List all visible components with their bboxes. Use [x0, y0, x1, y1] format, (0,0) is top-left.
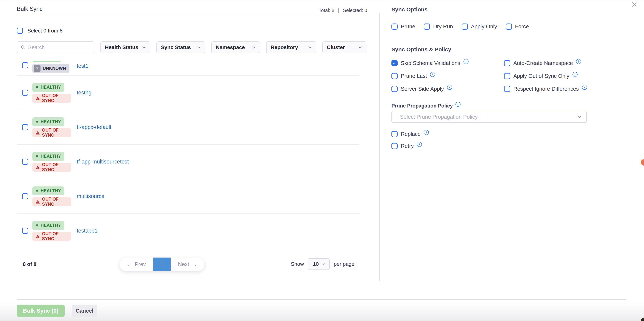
- info-icon[interactable]: i: [582, 85, 587, 90]
- info-icon[interactable]: i: [447, 85, 452, 90]
- footer-divider: [17, 299, 626, 300]
- current-page-button[interactable]: 1: [153, 258, 171, 271]
- table-row: ✓ ? UNKNOWN test1: [17, 54, 359, 76]
- table-row: ✓ ♥ HEALTHY OUT OF SYNC testapp1: [17, 214, 359, 248]
- heart-icon: ♥: [36, 189, 38, 193]
- row-checkbox[interactable]: ✓: [22, 159, 28, 165]
- option-apply-out-of-sync-only: ✓ Apply Out of Sync Only i: [504, 73, 587, 79]
- replace-checkbox[interactable]: ✓: [392, 131, 398, 137]
- search-input[interactable]: [28, 44, 90, 50]
- retry-checkbox[interactable]: ✓: [392, 143, 398, 149]
- bulk-sync-button[interactable]: Bulk Sync (0): [17, 304, 64, 317]
- health-status-badge: ? UNKNOWN: [32, 64, 70, 73]
- info-icon[interactable]: i: [572, 72, 578, 77]
- filter-cluster[interactable]: Cluster: [322, 42, 366, 54]
- table-row: ✓ ♥ HEALTHY OUT OF SYNC tf-app-multisour…: [17, 145, 359, 179]
- list-totals: Total: 8 Selected: 0: [17, 8, 367, 13]
- health-status-badge: ♥ HEALTHY: [32, 152, 64, 161]
- filter-namespace[interactable]: Namespace: [211, 42, 260, 54]
- table-row: ✓ ♥ HEALTHY OUT OF SYNC testhg: [17, 76, 359, 110]
- app-name-link[interactable]: test1: [77, 63, 88, 69]
- row-checkbox[interactable]: ✓: [22, 193, 28, 199]
- page-size-group: Show 10 per page: [291, 258, 354, 270]
- health-status-badge: ♥ HEALTHY: [32, 83, 64, 92]
- health-status-badge: ♥ HEALTHY: [32, 221, 64, 230]
- sync-options-row: ✓ Prune ✓ Dry Run ✓ Apply Only ✓ Force: [392, 24, 529, 30]
- filter-repository[interactable]: Repository: [266, 42, 316, 54]
- health-status-badge: ♥ HEALTHY: [32, 118, 64, 126]
- respect-ignore-differences-checkbox[interactable]: ✓: [504, 86, 510, 92]
- option-respect-ignore-differences: ✓ Respect Ignore Differences i: [504, 86, 587, 92]
- close-icon[interactable]: [631, 1, 638, 8]
- row-checkbox[interactable]: ✓: [22, 124, 28, 130]
- select-placeholder: - Select Prune Propagation Policy -: [397, 114, 481, 120]
- filter-health-status[interactable]: Health Status: [100, 42, 150, 54]
- table-row: ✓ ♥ HEALTHY OUT OF SYNC tf-appx-default: [17, 110, 359, 145]
- option-dry-run: ✓ Dry Run: [424, 24, 453, 30]
- info-icon[interactable]: i: [456, 102, 460, 107]
- notification-dot[interactable]: [641, 159, 644, 166]
- heart-icon: ♥: [36, 85, 38, 90]
- dry-run-checkbox[interactable]: ✓: [424, 24, 430, 30]
- total-count: Total: 8: [319, 8, 334, 13]
- skip-schema-validations-checkbox[interactable]: ✓: [392, 60, 398, 66]
- select-all-row: ✓ Select 0 from 8: [17, 28, 62, 34]
- select-all-checkbox[interactable]: ✓: [17, 28, 23, 34]
- filter-sync-status[interactable]: Sync Status: [156, 42, 205, 54]
- select-all-label: Select 0 from 8: [28, 28, 62, 34]
- app-name-link[interactable]: testhg: [77, 90, 92, 96]
- app-name-link[interactable]: testapp1: [77, 228, 98, 234]
- prune-checkbox[interactable]: ✓: [392, 24, 398, 30]
- next-page-button[interactable]: Next →: [171, 258, 204, 271]
- cancel-button[interactable]: Cancel: [72, 304, 97, 317]
- status-badges: ♥ HEALTHY OUT OF SYNC: [32, 83, 71, 103]
- option-prune: ✓ Prune: [392, 24, 415, 30]
- option-server-side-apply: ✓ Server Side Apply i: [392, 86, 504, 92]
- warning-icon: [36, 165, 40, 170]
- prune-last-checkbox[interactable]: ✓: [392, 73, 398, 79]
- pagination-bar: 8 of 8 ← Prev 1 Next → Show 10 per page: [17, 258, 359, 271]
- app-name-link[interactable]: tf-appx-default: [77, 124, 111, 130]
- sync-status-badge: OUT OF SYNC: [32, 197, 71, 206]
- apply-only-checkbox[interactable]: ✓: [462, 24, 468, 30]
- prev-page-button[interactable]: ← Prev: [120, 258, 153, 271]
- pagination-pill: ← Prev 1 Next →: [120, 258, 204, 271]
- server-side-apply-checkbox[interactable]: ✓: [392, 86, 398, 92]
- question-icon: ?: [34, 65, 40, 72]
- prune-propagation-policy-select[interactable]: - Select Prune Propagation Policy -: [392, 111, 587, 123]
- info-icon[interactable]: i: [576, 59, 581, 64]
- warning-icon: [36, 130, 40, 135]
- force-checkbox[interactable]: ✓: [506, 24, 512, 30]
- per-page-label: per page: [334, 261, 354, 267]
- status-badges: ♥ HEALTHY OUT OF SYNC: [32, 118, 71, 137]
- row-checkbox[interactable]: ✓: [22, 90, 28, 96]
- info-icon[interactable]: i: [417, 142, 422, 147]
- chevron-down-icon: [358, 46, 362, 49]
- option-retry: ✓ Retry i: [392, 143, 422, 149]
- header-divider: [17, 15, 367, 15]
- info-icon[interactable]: i: [464, 59, 468, 64]
- apply-out-of-sync-only-checkbox[interactable]: ✓: [504, 73, 510, 79]
- show-label: Show: [291, 261, 304, 267]
- heart-icon: ♥: [36, 154, 38, 159]
- sync-status-badge: OUT OF SYNC: [32, 232, 71, 241]
- auto-create-namespace-checkbox[interactable]: ✓: [504, 60, 510, 66]
- chevron-down-icon: [142, 46, 146, 49]
- app-name-link[interactable]: tf-app-multisourcetest: [77, 159, 129, 165]
- sync-status-badge: OUT OF SYNC: [32, 128, 71, 137]
- warning-icon: [36, 200, 40, 204]
- row-checkbox[interactable]: ✓: [22, 62, 28, 68]
- chevron-down-icon: [197, 46, 201, 49]
- health-status-badge: ♥ HEALTHY: [32, 186, 64, 196]
- info-icon[interactable]: i: [424, 130, 429, 135]
- chevron-down-icon: [322, 263, 325, 265]
- application-list: ✓ ? UNKNOWN test1 ✓ ♥ HEALTHY OUT OF SYN…: [17, 54, 359, 248]
- info-icon[interactable]: i: [430, 72, 435, 77]
- totals-separator: [338, 8, 339, 13]
- option-skip-schema-validations: ✓ Skip Schema Validations i: [392, 60, 504, 66]
- clipped-healthy-badge: [33, 61, 61, 62]
- row-checkbox[interactable]: ✓: [22, 228, 28, 234]
- arrow-right-icon: →: [192, 261, 197, 268]
- page-size-select[interactable]: 10: [308, 258, 330, 270]
- app-name-link[interactable]: multisource: [77, 193, 104, 199]
